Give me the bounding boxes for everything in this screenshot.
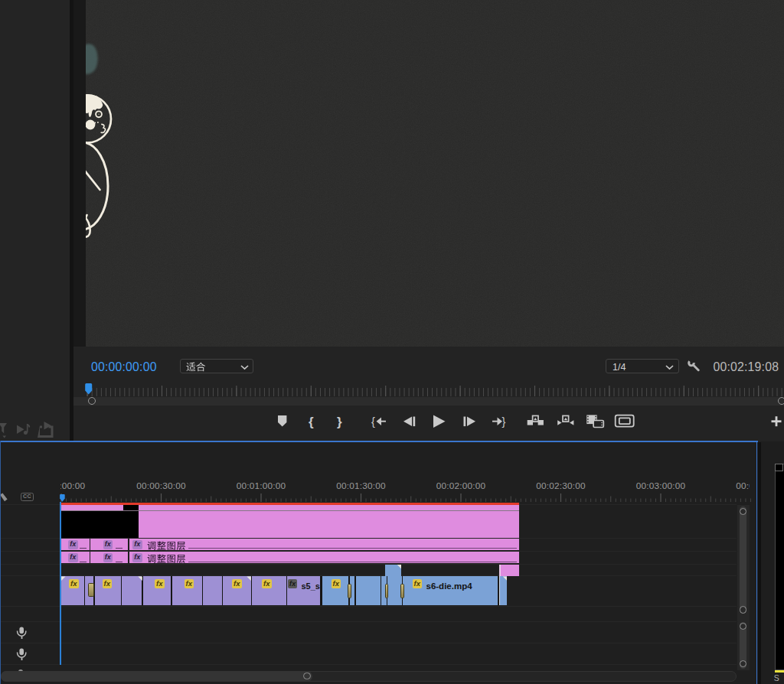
- svg-text:}: }: [502, 415, 506, 428]
- svg-text:}: }: [337, 415, 342, 429]
- svg-text:{: {: [309, 415, 314, 429]
- svg-text:{: {: [371, 415, 375, 428]
